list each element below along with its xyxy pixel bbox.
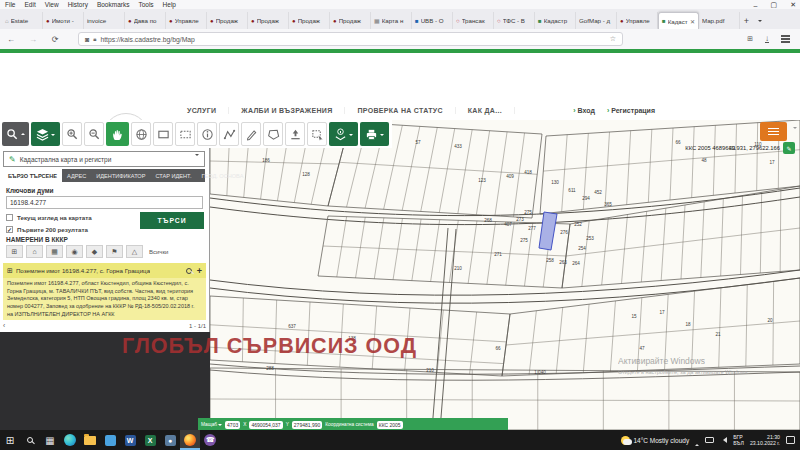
clock[interactable]: 21:3023.10.2022 г. [750, 434, 780, 447]
browser-tab[interactable]: ●Продаж [330, 12, 371, 29]
browser-tab[interactable]: ●Имоти - [43, 12, 84, 29]
browser-tab[interactable]: ■Кадастр [535, 12, 576, 29]
close-button[interactable]: ✕ [790, 1, 796, 9]
edge-taskbar-button[interactable] [60, 430, 80, 450]
menu-bookmarks[interactable]: Bookmarks [97, 1, 130, 8]
browser-tab[interactable]: ●Дава по [125, 12, 166, 29]
measure-tool-button[interactable] [219, 122, 239, 146]
browser-tab[interactable]: ●Управле [166, 12, 207, 29]
pan-tool-button[interactable] [106, 122, 129, 146]
language-indicator[interactable]: БГРБЪЛ [733, 434, 744, 447]
points-filter-button[interactable]: ◉ [66, 245, 83, 258]
minimize-button[interactable]: – [754, 2, 758, 9]
buildings-filter-button[interactable]: ⌂ [26, 245, 43, 258]
sidebar-tab[interactable]: БЪРЗО ТЪРСЕНЕ [3, 169, 62, 182]
browser-tab[interactable]: ○Трансак [453, 12, 494, 29]
menu-icon[interactable] [781, 38, 790, 39]
extent-rect-tool-button[interactable] [175, 122, 195, 146]
browser-tab[interactable]: ■Кадаст✕ [658, 12, 699, 29]
scale-input[interactable]: 4703 [225, 421, 240, 429]
nav-item[interactable]: ЖАЛБИ И ВЪЗРАЖЕНИЯ [229, 107, 345, 114]
shield-icon[interactable]: ◙ [85, 36, 89, 43]
browser-tab[interactable]: ●Продаж [289, 12, 330, 29]
draw-line-tool-button[interactable] [241, 122, 261, 146]
legend-chevron-icon[interactable] [793, 129, 797, 147]
browser-tab[interactable]: ⌂Estate [2, 12, 43, 29]
first-200-checkbox[interactable]: ✓ Първите 200 резултата [6, 226, 88, 233]
start-taskbar-button[interactable]: ⊞ [0, 430, 20, 450]
filter-all-link[interactable]: Всички [149, 249, 168, 255]
menu-view[interactable]: View [45, 1, 59, 8]
zoom-in-tool-button[interactable] [62, 122, 82, 146]
back-icon[interactable]: ← [0, 35, 22, 44]
search-taskbar-taskbar-button[interactable] [20, 430, 40, 450]
sidebar-tab[interactable]: СТАР ИДЕНТ. [150, 169, 196, 182]
zoom-out-tool-button[interactable] [84, 122, 104, 146]
browser-tab[interactable]: ●Продаж [248, 12, 289, 29]
keywords-input[interactable] [6, 196, 203, 209]
url-field[interactable]: ◙ 🔒︎ https://kais.cadastre.bg/bg/Map ☆ [78, 32, 623, 46]
select-rect-tool-button[interactable] [307, 122, 327, 146]
weather-widget[interactable]: 14°C Mostly cloudy [621, 436, 689, 445]
firefox-taskbar-button[interactable] [180, 430, 200, 450]
sidebar-tab[interactable]: АДРЕС [62, 169, 91, 182]
taskview-taskbar-button[interactable]: ▦ [40, 430, 60, 450]
browser-tab[interactable]: invoice [84, 12, 125, 29]
sidebar-tab[interactable]: ГЕОД. ОСНОВА [196, 169, 248, 182]
notification-center-icon[interactable] [786, 436, 795, 444]
nav-item[interactable]: УСЛУГИ [175, 107, 229, 114]
forward-icon[interactable]: → [22, 35, 44, 44]
draw-polygon-tool-button[interactable] [263, 122, 283, 146]
new-tab-button[interactable]: + [740, 12, 753, 29]
print-tool-button[interactable] [360, 122, 389, 146]
zones-filter-button[interactable]: △ [126, 245, 143, 258]
layers-tool-button[interactable] [31, 122, 60, 146]
y-input[interactable]: 279481,990 [292, 421, 322, 429]
tray-expand-icon[interactable] [695, 437, 699, 444]
nav-item[interactable]: ПРОВЕРКА НА СТАТУС [345, 107, 455, 114]
checkbox-icon[interactable] [6, 214, 13, 221]
word-taskbar-button[interactable]: W [120, 430, 140, 450]
crs-value[interactable]: ККС 2005 [377, 421, 403, 429]
legend-button[interactable] [760, 122, 787, 141]
nav-item[interactable]: КАК ДА... [456, 107, 515, 114]
boundaries-filter-button[interactable]: ⚑ [106, 245, 123, 258]
maximize-button[interactable]: ▢ [771, 1, 778, 9]
downloads-icon[interactable]: ↓ [765, 35, 769, 43]
menu-edit[interactable]: Edit [24, 1, 35, 8]
search-tool-button[interactable] [2, 122, 29, 146]
landmarks-filter-button[interactable]: ◆ [86, 245, 103, 258]
add-result-icon[interactable]: + [197, 266, 202, 276]
speaker-icon[interactable] [720, 437, 727, 443]
tab-close-icon[interactable]: ✕ [690, 18, 695, 25]
upload-tool-button[interactable] [285, 122, 305, 146]
tab-list-chevron-icon[interactable] [753, 12, 766, 29]
x-input[interactable]: 4690054,037 [249, 421, 282, 429]
menu-history[interactable]: History [68, 1, 88, 8]
search-button[interactable]: ТЪРСИ [140, 212, 204, 229]
map-canvas[interactable]: 1401861285743312340941813061129445236566… [210, 120, 800, 430]
services-tool-button[interactable] [329, 122, 358, 146]
photos-taskbar-button[interactable] [100, 430, 120, 450]
network-icon[interactable] [705, 437, 714, 443]
zoom-to-result-icon[interactable] [186, 268, 192, 274]
full-extent-tool-button[interactable] [131, 122, 151, 146]
excel-taskbar-button[interactable]: X [140, 430, 160, 450]
checkbox-checked-icon[interactable]: ✓ [6, 226, 13, 233]
browser-tab[interactable]: GofMap - д [576, 12, 617, 29]
reload-icon[interactable]: ⟳ [44, 35, 66, 44]
explorer-taskbar-button[interactable] [80, 430, 100, 450]
browser-tab[interactable]: ▦Карта н [371, 12, 412, 29]
browser-tab[interactable]: ■UBB - O [412, 12, 453, 29]
menu-help[interactable]: Help [163, 1, 176, 8]
browser-tab[interactable]: ○ТФС - В [494, 12, 535, 29]
layer-select[interactable]: ✎ Кадастрална карта и регистри [3, 151, 205, 167]
schemes-filter-button[interactable]: ▦ [46, 245, 63, 258]
browser-tab[interactable]: ●Продаж [207, 12, 248, 29]
extension-icon[interactable]: ⊞ [747, 35, 753, 43]
browser-tab[interactable]: Map.pdf [699, 12, 740, 29]
result-item[interactable]: ⊞ Поземлен имот 16198.4.277, с. Горна Гр… [3, 263, 206, 278]
browser-tab[interactable]: ●Управле [617, 12, 658, 29]
current-view-checkbox[interactable]: Текущ изглед на картата [6, 214, 92, 221]
keepass-taskbar-button[interactable]: ● [160, 430, 180, 450]
